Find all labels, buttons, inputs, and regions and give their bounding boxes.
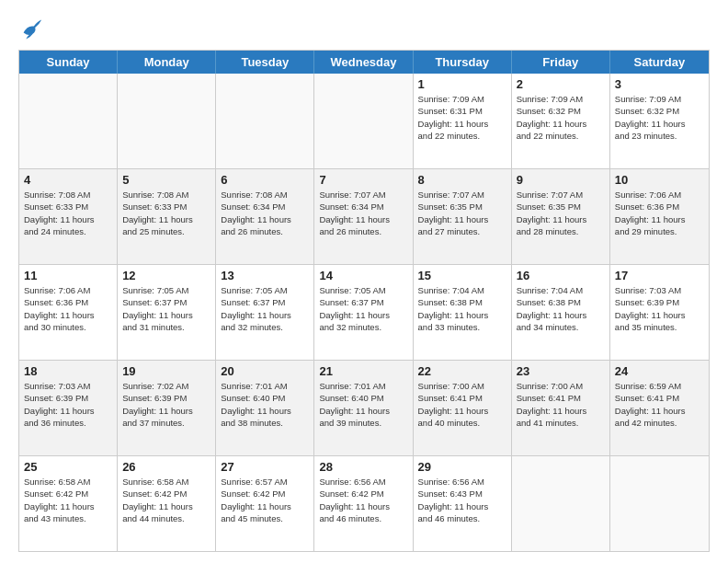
cell-sun-info: Sunrise: 7:04 AM Sunset: 6:38 PM Dayligh… <box>517 284 605 333</box>
cell-sun-info: Sunrise: 7:07 AM Sunset: 6:35 PM Dayligh… <box>517 189 605 237</box>
calendar-cell: 2Sunrise: 7:09 AM Sunset: 6:32 PM Daylig… <box>512 74 610 168</box>
calendar-cell: 17Sunrise: 7:03 AM Sunset: 6:39 PM Dayli… <box>610 265 709 360</box>
day-number: 9 <box>517 173 605 187</box>
cell-sun-info: Sunrise: 7:09 AM Sunset: 6:32 PM Dayligh… <box>615 93 704 142</box>
day-number: 5 <box>122 173 210 187</box>
calendar-cell: 6Sunrise: 7:08 AM Sunset: 6:34 PM Daylig… <box>216 169 314 264</box>
day-number: 17 <box>615 269 704 282</box>
cell-sun-info: Sunrise: 6:59 AM Sunset: 6:41 PM Dayligh… <box>615 380 704 429</box>
calendar-header-row: SundayMondayTuesdayWednesdayThursdayFrid… <box>19 51 709 74</box>
calendar-cell: 15Sunrise: 7:04 AM Sunset: 6:38 PM Dayli… <box>414 265 512 360</box>
logo <box>18 15 50 40</box>
calendar-cell <box>19 74 118 168</box>
day-number: 7 <box>319 173 407 187</box>
calendar-cell: 24Sunrise: 6:59 AM Sunset: 6:41 PM Dayli… <box>610 361 709 455</box>
day-number: 27 <box>221 460 309 474</box>
calendar-row: 1Sunrise: 7:09 AM Sunset: 6:31 PM Daylig… <box>19 74 709 169</box>
day-header-tuesday: Tuesday <box>216 51 314 74</box>
calendar-cell: 18Sunrise: 7:03 AM Sunset: 6:39 PM Dayli… <box>19 361 118 455</box>
day-header-wednesday: Wednesday <box>314 51 413 74</box>
calendar-cell: 16Sunrise: 7:04 AM Sunset: 6:38 PM Dayli… <box>512 265 610 360</box>
cell-sun-info: Sunrise: 7:09 AM Sunset: 6:32 PM Dayligh… <box>517 93 605 142</box>
day-number: 29 <box>418 460 506 474</box>
calendar-cell <box>512 456 610 551</box>
cell-sun-info: Sunrise: 7:00 AM Sunset: 6:41 PM Dayligh… <box>517 380 605 429</box>
day-number: 20 <box>221 364 309 378</box>
cell-sun-info: Sunrise: 7:04 AM Sunset: 6:38 PM Dayligh… <box>418 284 506 333</box>
calendar-cell: 22Sunrise: 7:00 AM Sunset: 6:41 PM Dayli… <box>414 361 512 455</box>
cell-sun-info: Sunrise: 7:00 AM Sunset: 6:41 PM Dayligh… <box>418 380 506 429</box>
cell-sun-info: Sunrise: 7:03 AM Sunset: 6:39 PM Dayligh… <box>24 380 112 429</box>
day-header-saturday: Saturday <box>610 51 709 74</box>
day-number: 21 <box>319 364 407 378</box>
logo-bird-icon <box>18 15 44 40</box>
day-number: 1 <box>418 77 506 91</box>
day-number: 13 <box>221 269 309 282</box>
calendar-cell: 28Sunrise: 6:56 AM Sunset: 6:42 PM Dayli… <box>314 456 413 551</box>
header <box>18 15 710 40</box>
cell-sun-info: Sunrise: 6:58 AM Sunset: 6:42 PM Dayligh… <box>122 476 210 524</box>
cell-sun-info: Sunrise: 7:03 AM Sunset: 6:39 PM Dayligh… <box>615 284 704 333</box>
day-number: 16 <box>517 269 605 282</box>
cell-sun-info: Sunrise: 7:08 AM Sunset: 6:34 PM Dayligh… <box>221 189 309 237</box>
calendar-cell: 7Sunrise: 7:07 AM Sunset: 6:34 PM Daylig… <box>314 169 413 264</box>
calendar-cell <box>216 74 314 168</box>
day-number: 23 <box>517 364 605 378</box>
calendar-cell: 14Sunrise: 7:05 AM Sunset: 6:37 PM Dayli… <box>314 265 413 360</box>
calendar-row: 25Sunrise: 6:58 AM Sunset: 6:42 PM Dayli… <box>19 456 709 551</box>
day-number: 25 <box>24 460 112 474</box>
calendar-row: 4Sunrise: 7:08 AM Sunset: 6:33 PM Daylig… <box>19 169 709 265</box>
cell-sun-info: Sunrise: 7:06 AM Sunset: 6:36 PM Dayligh… <box>615 189 704 237</box>
day-header-monday: Monday <box>118 51 216 74</box>
calendar-cell: 20Sunrise: 7:01 AM Sunset: 6:40 PM Dayli… <box>216 361 314 455</box>
cell-sun-info: Sunrise: 6:57 AM Sunset: 6:42 PM Dayligh… <box>221 476 309 524</box>
cell-sun-info: Sunrise: 7:01 AM Sunset: 6:40 PM Dayligh… <box>319 380 407 429</box>
calendar-cell: 5Sunrise: 7:08 AM Sunset: 6:33 PM Daylig… <box>118 169 216 264</box>
cell-sun-info: Sunrise: 6:56 AM Sunset: 6:42 PM Dayligh… <box>319 476 407 524</box>
cell-sun-info: Sunrise: 7:08 AM Sunset: 6:33 PM Dayligh… <box>122 189 210 237</box>
cell-sun-info: Sunrise: 7:05 AM Sunset: 6:37 PM Dayligh… <box>221 284 309 333</box>
day-number: 4 <box>24 173 112 187</box>
calendar-cell: 19Sunrise: 7:02 AM Sunset: 6:39 PM Dayli… <box>118 361 216 455</box>
cell-sun-info: Sunrise: 7:06 AM Sunset: 6:36 PM Dayligh… <box>24 284 112 333</box>
calendar-cell: 27Sunrise: 6:57 AM Sunset: 6:42 PM Dayli… <box>216 456 314 551</box>
day-header-friday: Friday <box>512 51 610 74</box>
cell-sun-info: Sunrise: 7:07 AM Sunset: 6:35 PM Dayligh… <box>418 189 506 237</box>
calendar-page: SundayMondayTuesdayWednesdayThursdayFrid… <box>0 0 728 563</box>
calendar-cell: 10Sunrise: 7:06 AM Sunset: 6:36 PM Dayli… <box>610 169 709 264</box>
day-number: 28 <box>319 460 407 474</box>
calendar-cell: 12Sunrise: 7:05 AM Sunset: 6:37 PM Dayli… <box>118 265 216 360</box>
day-number: 8 <box>418 173 506 187</box>
calendar-cell: 26Sunrise: 6:58 AM Sunset: 6:42 PM Dayli… <box>118 456 216 551</box>
day-number: 3 <box>615 77 704 91</box>
day-number: 15 <box>418 269 506 282</box>
calendar-row: 18Sunrise: 7:03 AM Sunset: 6:39 PM Dayli… <box>19 361 709 456</box>
day-number: 24 <box>615 364 704 378</box>
calendar-cell: 3Sunrise: 7:09 AM Sunset: 6:32 PM Daylig… <box>610 74 709 168</box>
day-number: 14 <box>319 269 407 282</box>
cell-sun-info: Sunrise: 7:07 AM Sunset: 6:34 PM Dayligh… <box>319 189 407 237</box>
calendar-cell: 25Sunrise: 6:58 AM Sunset: 6:42 PM Dayli… <box>19 456 118 551</box>
cell-sun-info: Sunrise: 7:05 AM Sunset: 6:37 PM Dayligh… <box>122 284 210 333</box>
day-number: 2 <box>517 77 605 91</box>
day-number: 11 <box>24 269 112 282</box>
cell-sun-info: Sunrise: 7:05 AM Sunset: 6:37 PM Dayligh… <box>319 284 407 333</box>
calendar-cell: 13Sunrise: 7:05 AM Sunset: 6:37 PM Dayli… <box>216 265 314 360</box>
calendar-cell <box>314 74 413 168</box>
calendar-cell: 9Sunrise: 7:07 AM Sunset: 6:35 PM Daylig… <box>512 169 610 264</box>
cell-sun-info: Sunrise: 6:56 AM Sunset: 6:43 PM Dayligh… <box>418 476 506 524</box>
day-number: 12 <box>122 269 210 282</box>
cell-sun-info: Sunrise: 7:09 AM Sunset: 6:31 PM Dayligh… <box>418 93 506 142</box>
calendar-cell <box>610 456 709 551</box>
cell-sun-info: Sunrise: 7:08 AM Sunset: 6:33 PM Dayligh… <box>24 189 112 237</box>
calendar-cell <box>118 74 216 168</box>
calendar-cell: 11Sunrise: 7:06 AM Sunset: 6:36 PM Dayli… <box>19 265 118 360</box>
day-number: 18 <box>24 364 112 378</box>
calendar-cell: 23Sunrise: 7:00 AM Sunset: 6:41 PM Dayli… <box>512 361 610 455</box>
calendar-cell: 4Sunrise: 7:08 AM Sunset: 6:33 PM Daylig… <box>19 169 118 264</box>
calendar: SundayMondayTuesdayWednesdayThursdayFrid… <box>18 50 710 552</box>
calendar-body: 1Sunrise: 7:09 AM Sunset: 6:31 PM Daylig… <box>19 74 709 551</box>
calendar-cell: 1Sunrise: 7:09 AM Sunset: 6:31 PM Daylig… <box>414 74 512 168</box>
day-header-thursday: Thursday <box>414 51 512 74</box>
day-number: 22 <box>418 364 506 378</box>
